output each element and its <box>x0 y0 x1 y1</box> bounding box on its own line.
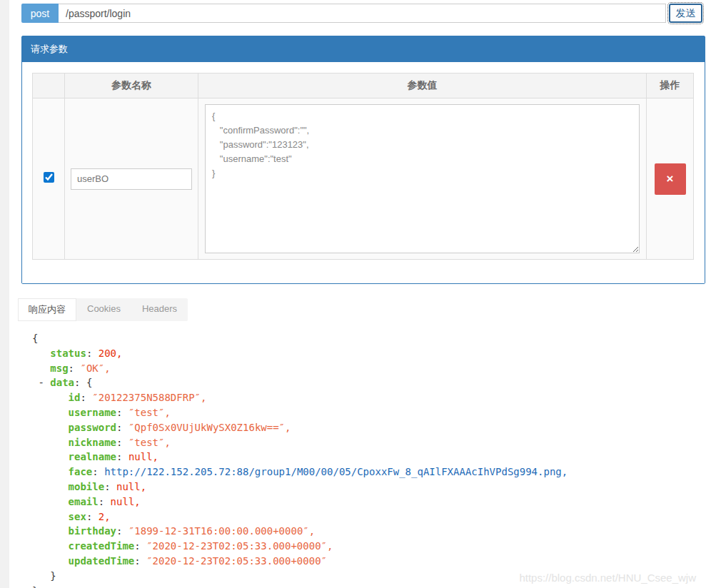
json-key: data <box>50 377 74 388</box>
delete-row-button[interactable]: × <box>655 163 686 195</box>
json-key: password <box>69 422 116 433</box>
request-toolbar: post 发送 <box>21 4 702 23</box>
json-text <box>32 540 69 552</box>
json-key: realname <box>69 451 116 462</box>
watermark-text: https://blog.csdn.net/HNU_Csee_wjw <box>519 572 696 584</box>
json-text: { <box>32 333 38 344</box>
json-line: nickname: ″test″, <box>32 435 705 450</box>
json-text: : <box>116 407 128 418</box>
collapse-toggle[interactable]: - <box>38 377 44 388</box>
json-text <box>32 496 69 507</box>
json-key: birthday <box>69 525 116 537</box>
response-tab-bar: 响应内容 Cookies Headers <box>18 298 188 321</box>
json-text: : <box>134 540 146 552</box>
json-string: ″test″, <box>128 407 171 418</box>
json-key: username <box>69 407 116 418</box>
panel-title: 请求参数 <box>22 36 705 62</box>
json-line: } <box>32 584 705 588</box>
json-key: status <box>50 348 86 359</box>
json-line: mobile: null, <box>32 480 705 495</box>
json-text <box>32 348 50 359</box>
json-text <box>32 511 69 522</box>
json-line: { <box>32 331 705 346</box>
header-param-name: 参数名称 <box>65 74 198 98</box>
debug-page: post 发送 请求参数 参数名称 参数值 操作 <box>21 0 705 588</box>
json-line: email: null, <box>32 495 705 510</box>
json-text: : <box>80 392 92 403</box>
header-checkbox-col <box>33 74 65 98</box>
json-text: : <box>69 363 81 374</box>
json-text <box>32 481 69 492</box>
tab-response-content[interactable]: 响应内容 <box>18 298 76 321</box>
json-text: : <box>116 525 128 537</box>
param-op-cell: × <box>647 98 694 260</box>
json-text <box>32 407 69 418</box>
param-row: { "confirmPassword":"", "password":"1231… <box>33 98 694 260</box>
json-string: ″1899-12-31T16:00:00.000+0000″, <box>128 525 315 537</box>
json-line: password: ″Qpf0Sx0VUjUkWySX0Z16kw==″, <box>32 420 705 435</box>
json-string: ″test″, <box>128 437 171 448</box>
page-left-gutter <box>0 0 9 588</box>
json-text <box>32 555 69 567</box>
json-key: msg <box>50 363 68 374</box>
json-line: sex: 2, <box>32 510 705 524</box>
json-url-link[interactable]: http://122.152.205.72:88/group1/M00/00/0… <box>104 466 568 477</box>
header-operation: 操作 <box>647 74 694 98</box>
json-number: 2, <box>99 511 111 522</box>
json-text: : <box>104 481 116 492</box>
tab-cookies[interactable]: Cookies <box>76 298 131 321</box>
json-text: : <box>116 437 128 448</box>
json-text: : <box>99 496 111 507</box>
json-line: msg: ″OK″, <box>32 361 705 376</box>
json-line: realname: null, <box>32 450 705 465</box>
response-json-viewer: { status: 200, msg: ″OK″, - data: { id: … <box>21 321 705 588</box>
json-text: : <box>116 451 128 462</box>
json-text: : { <box>74 377 92 388</box>
json-key: updatedTime <box>69 555 135 567</box>
json-text <box>32 392 69 403</box>
send-button[interactable]: 发送 <box>669 4 702 23</box>
request-url-input[interactable] <box>59 4 666 23</box>
json-line: face: http://122.152.205.72:88/group1/M0… <box>32 465 705 480</box>
header-param-value: 参数值 <box>198 74 647 98</box>
request-params-panel: 请求参数 参数名称 参数值 操作 <box>21 36 705 284</box>
json-key: mobile <box>69 481 105 492</box>
json-null: null, <box>116 481 146 492</box>
json-number: 200, <box>99 348 123 359</box>
param-value-textarea[interactable]: { "confirmPassword":"", "password":"1231… <box>205 104 640 253</box>
param-enabled-checkbox[interactable] <box>44 172 54 183</box>
tab-headers[interactable]: Headers <box>131 298 188 321</box>
json-key: sex <box>69 511 86 522</box>
json-line: birthday: ″1899-12-31T16:00:00.000+0000″… <box>32 524 705 539</box>
json-line: id: ″20122375N588DFRP″, <box>32 390 705 405</box>
json-text: : <box>86 511 99 522</box>
json-text <box>32 451 69 462</box>
json-text: : <box>92 466 104 477</box>
json-string: ″20122375N588DFRP″, <box>92 392 206 403</box>
json-text <box>32 422 69 433</box>
json-text: } <box>32 585 38 588</box>
param-table-header-row: 参数名称 参数值 操作 <box>33 74 694 98</box>
param-value-cell: { "confirmPassword":"", "password":"1231… <box>198 98 647 260</box>
panel-body: 参数名称 参数值 操作 { "confirmPa <box>22 62 705 283</box>
json-text <box>32 363 50 374</box>
json-text: : <box>134 555 146 567</box>
param-name-input[interactable] <box>71 168 192 190</box>
json-string: ″2020-12-23T02:05:33.000+0000″, <box>146 540 333 552</box>
json-string: ″2020-12-23T02:05:33.000+0000″ <box>146 555 327 567</box>
json-key: createdTime <box>69 540 135 552</box>
param-table: 参数名称 参数值 操作 { "confirmPa <box>32 73 694 260</box>
json-key: face <box>69 466 93 477</box>
json-text: : <box>116 422 128 433</box>
json-text <box>32 466 69 477</box>
json-text <box>32 437 69 448</box>
json-key: email <box>69 496 99 507</box>
json-key: nickname <box>69 437 116 448</box>
param-name-cell <box>65 98 198 260</box>
json-line: updatedTime: ″2020-12-23T02:05:33.000+00… <box>32 554 705 569</box>
json-key: id <box>69 392 81 403</box>
json-text <box>32 525 69 537</box>
json-string: ″OK″, <box>80 363 110 374</box>
json-line: - data: { <box>32 375 705 390</box>
param-check-cell <box>33 98 65 260</box>
